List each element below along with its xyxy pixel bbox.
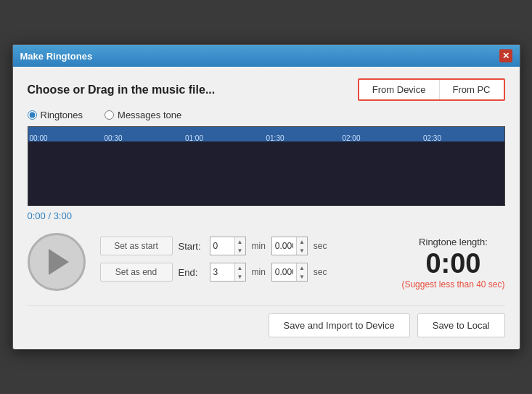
start-sec-up[interactable]: ▲ bbox=[297, 237, 307, 246]
waveform-container: 00:00 00:30 01:00 01:30 02:00 02:30 bbox=[28, 126, 505, 206]
from-device-button[interactable]: From Device bbox=[359, 80, 440, 99]
set-as-start-button[interactable]: Set as start bbox=[100, 237, 173, 255]
end-min-input[interactable] bbox=[210, 263, 234, 281]
timeline-mark-1: 00:30 bbox=[104, 134, 122, 142]
play-icon bbox=[49, 249, 69, 275]
end-label: End: bbox=[179, 267, 204, 278]
choose-label: Choose or Drag in the music file... bbox=[28, 83, 216, 97]
end-min-input-group: ▲ ▼ bbox=[210, 263, 246, 282]
start-end-panel: Set as start Start: ▲ ▼ min ▲ bbox=[100, 233, 327, 282]
title-bar: Make Ringtones ✕ bbox=[13, 45, 520, 67]
set-as-end-button[interactable]: Set as end bbox=[100, 263, 173, 282]
timeline-mark-2: 01:00 bbox=[185, 134, 203, 142]
start-sec-input-group: ▲ ▼ bbox=[271, 237, 308, 255]
start-sec-down[interactable]: ▼ bbox=[297, 246, 307, 255]
start-label: Start: bbox=[179, 241, 204, 252]
start-row: Set as start Start: ▲ ▼ min ▲ bbox=[100, 237, 327, 255]
play-button[interactable] bbox=[28, 233, 86, 291]
top-row: Choose or Drag in the music file... From… bbox=[28, 78, 505, 101]
close-button[interactable]: ✕ bbox=[499, 49, 512, 62]
messages-tone-label: Messages tone bbox=[118, 110, 181, 120]
ringtones-radio-label[interactable]: Ringtones bbox=[28, 110, 83, 120]
messages-tone-radio-label[interactable]: Messages tone bbox=[105, 110, 181, 120]
end-min-unit: min bbox=[252, 267, 266, 277]
bottom-buttons: Save and Import to Device Save to Local bbox=[28, 305, 505, 337]
end-min-up[interactable]: ▲ bbox=[235, 263, 245, 272]
end-min-arrows: ▲ ▼ bbox=[234, 263, 245, 281]
start-min-input[interactable] bbox=[210, 237, 234, 255]
end-sec-input-group: ▲ ▼ bbox=[271, 263, 308, 282]
start-sec-unit: sec bbox=[314, 241, 327, 251]
window-content: Choose or Drag in the music file... From… bbox=[13, 67, 520, 349]
source-buttons-group: From Device From PC bbox=[358, 78, 505, 101]
from-pc-button[interactable]: From PC bbox=[440, 80, 504, 99]
start-min-down[interactable]: ▼ bbox=[235, 246, 245, 255]
window-title: Make Ringtones bbox=[20, 51, 93, 62]
end-sec-unit: sec bbox=[314, 267, 327, 277]
end-sec-input[interactable] bbox=[272, 263, 296, 281]
ringtone-length-suggest: (Suggest less than 40 sec) bbox=[401, 279, 504, 290]
timeline: 00:00 00:30 01:00 01:30 02:00 02:30 bbox=[28, 127, 504, 141]
controls-row: Set as start Start: ▲ ▼ min ▲ bbox=[28, 233, 505, 291]
save-local-button[interactable]: Save to Local bbox=[417, 313, 505, 337]
ringtone-length-title: Ringtone length: bbox=[401, 237, 504, 247]
timeline-mark-5: 02:30 bbox=[423, 134, 441, 142]
save-import-button[interactable]: Save and Import to Device bbox=[269, 313, 410, 337]
radio-row: Ringtones Messages tone bbox=[28, 110, 505, 120]
timeline-mark-4: 02:00 bbox=[342, 134, 360, 142]
timeline-mark-3: 01:30 bbox=[266, 134, 285, 142]
start-min-arrows: ▲ ▼ bbox=[234, 237, 245, 255]
ringtone-length-time: 0:00 bbox=[401, 249, 504, 279]
messages-tone-radio[interactable] bbox=[105, 110, 114, 120]
start-sec-input[interactable] bbox=[272, 237, 296, 255]
ringtones-radio[interactable] bbox=[28, 110, 37, 120]
start-min-up[interactable]: ▲ bbox=[235, 237, 245, 246]
ringtone-length-panel: Ringtone length: 0:00 (Suggest less than… bbox=[401, 233, 504, 290]
waveform-area[interactable] bbox=[28, 141, 504, 206]
timeline-mark-0: 00:00 bbox=[30, 134, 48, 142]
end-row: Set as end End: ▲ ▼ min ▲ bbox=[100, 263, 327, 282]
start-min-unit: min bbox=[252, 241, 266, 251]
make-ringtones-window: Make Ringtones ✕ Choose or Drag in the m… bbox=[12, 44, 520, 350]
end-sec-up[interactable]: ▲ bbox=[297, 263, 307, 272]
start-min-input-group: ▲ ▼ bbox=[210, 237, 246, 255]
end-min-down[interactable]: ▼ bbox=[235, 272, 245, 281]
time-display: 0:00 / 3:00 bbox=[28, 210, 505, 221]
ringtones-label: Ringtones bbox=[41, 110, 83, 120]
end-sec-arrows: ▲ ▼ bbox=[296, 263, 307, 281]
end-sec-down[interactable]: ▼ bbox=[297, 272, 307, 281]
start-sec-arrows: ▲ ▼ bbox=[296, 237, 307, 255]
